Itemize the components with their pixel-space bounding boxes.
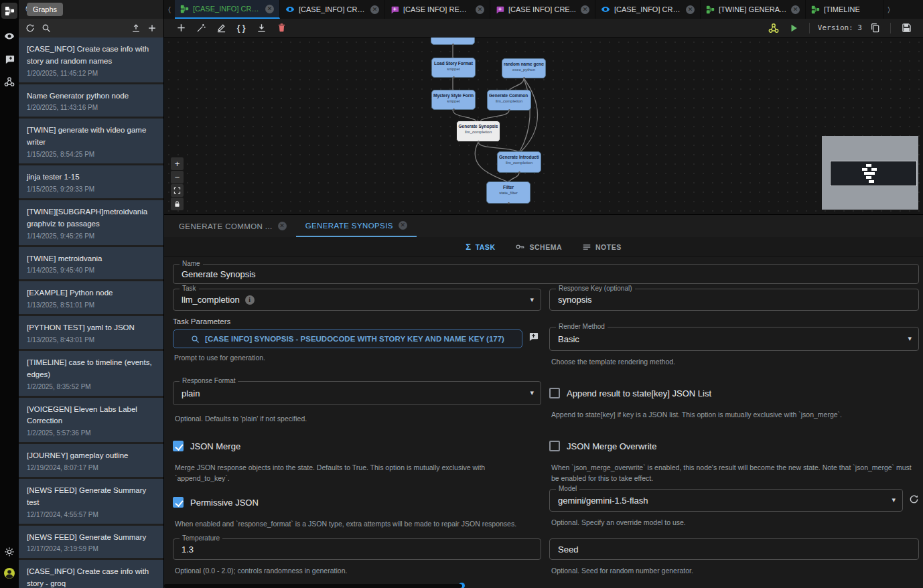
play-button[interactable] <box>784 19 804 38</box>
tabs-scroll-right-icon[interactable]: 〉 <box>883 0 894 19</box>
sidebar-toolbar <box>19 19 163 38</box>
append-to-key-checkbox-row[interactable]: Append result to state[key] JSON List <box>549 388 711 398</box>
add-graph-icon[interactable] <box>147 23 157 33</box>
horizontal-scrollbar[interactable] <box>164 584 462 588</box>
node-tab-generate-synopsis[interactable]: GENERATE SYNOPSIS ✕ <box>296 215 417 237</box>
list-item[interactable]: [TWINE] generate with video game writer1… <box>19 119 163 163</box>
nav-viewer-button[interactable] <box>1 28 17 44</box>
seed-field[interactable]: Seed <box>549 538 919 560</box>
node-editor-panel: GENERATE COMMON ... ✕ GENERATE SYNOPSIS … <box>164 214 923 588</box>
response-key-field[interactable]: Response Key (optional) synopsis <box>549 289 919 311</box>
close-icon[interactable]: ✕ <box>278 222 287 230</box>
delete-button[interactable] <box>271 19 291 38</box>
tabs-scroll-left-icon[interactable]: 〈 <box>164 0 175 19</box>
tab-twine-generate[interactable]: [TWINE] GENERAT... ✕ <box>701 0 806 19</box>
info-icon[interactable]: i <box>245 295 255 305</box>
render-method-select[interactable]: Render Method Basic ▾ <box>549 327 919 351</box>
tab-case-info-create-graph[interactable]: [CASE_INFO] CRE... ✕ <box>175 0 280 19</box>
node-generate-common-info[interactable]: Generate Common Info llm_completion <box>487 90 531 111</box>
nav-webhook-button[interactable] <box>1 74 17 90</box>
node-generate-introduction[interactable]: Generate Introduction llm_completion <box>497 151 541 173</box>
node-mystery-style-format[interactable]: Mystery Style Format... snippet <box>431 90 476 110</box>
checkbox-checked[interactable] <box>173 441 184 451</box>
json-merge-overwrite-checkbox-row[interactable]: JSON Merge Overwrite <box>549 441 656 451</box>
name-field[interactable]: Name Generate Synopsis <box>173 264 919 284</box>
edit-button[interactable] <box>211 19 231 38</box>
tab-task[interactable]: Σ TASK <box>466 242 495 252</box>
refresh-icon[interactable] <box>25 23 35 33</box>
nav-graphs-button[interactable] <box>1 3 17 19</box>
refresh-models-icon[interactable] <box>909 494 919 504</box>
upload-icon[interactable] <box>131 23 141 33</box>
list-item[interactable]: [TIMELINE] case to timeline (events, edg… <box>19 351 163 396</box>
lock-button[interactable] <box>171 198 184 210</box>
tab-case-info-create-prompt[interactable]: [CASE INFO] CRE... ✕ <box>490 0 595 19</box>
list-item[interactable]: jinja tester 1-151/15/2025, 9:29:33 PM <box>19 165 163 198</box>
user-avatar[interactable] <box>1 565 17 581</box>
tab-case-info-viewer-2[interactable]: [CASE_INFO] CRE... ✕ <box>595 0 701 19</box>
temperature-field[interactable]: Temperature 1.3 <box>173 538 541 560</box>
response-format-select[interactable]: Response Format plain ▾ <box>173 381 541 405</box>
list-item[interactable]: [VOICEGEN] Eleven Labs Label Correction1… <box>19 398 163 443</box>
node-generate-synopsis[interactable]: Generate Synopsis llm_completion <box>456 121 500 142</box>
add-node-button[interactable] <box>171 19 191 38</box>
render-method-helper: Choose the template rendering method. <box>551 356 675 367</box>
model-select[interactable]: Model gemini/gemini-1.5-flash ▾ <box>549 489 903 512</box>
node-state-rekey[interactable]: state_rekey <box>431 38 475 45</box>
permissive-json-checkbox-row[interactable]: Permissive JSON <box>173 497 259 508</box>
prompt-select-button[interactable]: [CASE INFO] SYNOPSIS - PSEUDOCODE WITH S… <box>173 329 522 348</box>
zoom-in-button[interactable]: + <box>171 157 184 170</box>
list-item[interactable]: [NEWS FEED] Generate Summary12/17/2024, … <box>19 526 163 559</box>
close-icon[interactable]: ✕ <box>476 5 484 14</box>
list-item[interactable]: [CASE_INFO] Create case info with story … <box>19 38 163 82</box>
node-filter[interactable]: Filter state_filter <box>486 181 530 204</box>
json-merge-checkbox-row[interactable]: JSON Merge <box>173 441 240 451</box>
list-item[interactable]: [EXAMPLE] Python node1/13/2025, 8:51:01 … <box>19 281 163 314</box>
nav-prompts-button[interactable] <box>1 51 17 67</box>
list-item[interactable]: [PYTHON TEST] yaml to JSON1/13/2025, 8:4… <box>19 316 163 349</box>
close-icon[interactable]: ✕ <box>399 221 407 230</box>
tab-timeline[interactable]: [TIMELINE <box>806 0 883 19</box>
graphs-tooltip: Graphs <box>27 3 63 16</box>
tab-case-info-viewer[interactable]: [CASE_INFO] CRE... ✕ <box>280 0 385 19</box>
list-item[interactable]: [JOURNEY] gameplay outline12/19/2024, 8:… <box>19 444 163 477</box>
task-select[interactable]: Task llm_completion i ▾ <box>173 289 541 311</box>
copy-icon[interactable] <box>865 19 885 38</box>
list-item[interactable]: [TWINE][SUBGRAPH]metroidvania graphviz t… <box>19 200 163 245</box>
key-icon <box>515 242 525 252</box>
checkbox-unchecked[interactable] <box>549 388 560 398</box>
graph-canvas[interactable]: state_rekey Load Story Format snippet ra… <box>164 38 923 214</box>
response-format-helper: Optional. Defaults to 'plain' if not spe… <box>175 413 307 424</box>
settings-button[interactable] <box>1 544 17 560</box>
close-icon[interactable]: ✕ <box>791 5 800 14</box>
tab-case-info-review[interactable]: [CASE INFO] REVI... ✕ <box>385 0 490 19</box>
minimap[interactable] <box>822 136 918 210</box>
download-button[interactable] <box>251 19 271 38</box>
fit-view-button[interactable] <box>171 184 184 197</box>
tab-notes[interactable]: NOTES <box>582 242 622 252</box>
zoom-out-button[interactable]: − <box>171 171 184 183</box>
search-icon <box>191 335 200 344</box>
close-icon[interactable]: ✕ <box>581 5 589 14</box>
flag-icon <box>390 5 399 14</box>
auto-layout-button[interactable] <box>191 19 211 38</box>
search-icon[interactable] <box>42 23 51 33</box>
checkbox-unchecked[interactable] <box>549 441 560 451</box>
close-icon[interactable]: ✕ <box>265 5 274 13</box>
node-random-name-generator[interactable]: random name genera... exec_python <box>502 58 546 78</box>
json-view-button[interactable]: { } <box>231 19 251 38</box>
save-icon[interactable] <box>896 19 916 38</box>
close-icon[interactable]: ✕ <box>370 5 379 14</box>
node-load-story-format[interactable]: Load Story Format snippet <box>431 58 476 78</box>
canvas-zoom-controls: + − <box>171 157 184 210</box>
open-prompt-icon[interactable] <box>528 332 539 342</box>
checkbox-checked[interactable] <box>173 497 184 508</box>
list-item[interactable]: [TWINE] metroidvania1/14/2025, 9:45:40 P… <box>19 247 163 280</box>
list-item[interactable]: [CASE_INFO] Create case info with story … <box>19 560 163 588</box>
webhook-run-button[interactable] <box>764 19 784 38</box>
list-item[interactable]: Name Generator python node1/20/2025, 11:… <box>19 84 163 117</box>
tab-schema[interactable]: SCHEMA <box>515 242 562 252</box>
node-tab-generate-common[interactable]: GENERATE COMMON ... ✕ <box>169 215 296 237</box>
list-item[interactable]: [NEWS FEED] Generate Summary test12/17/2… <box>19 479 163 524</box>
close-icon[interactable]: ✕ <box>686 5 695 14</box>
